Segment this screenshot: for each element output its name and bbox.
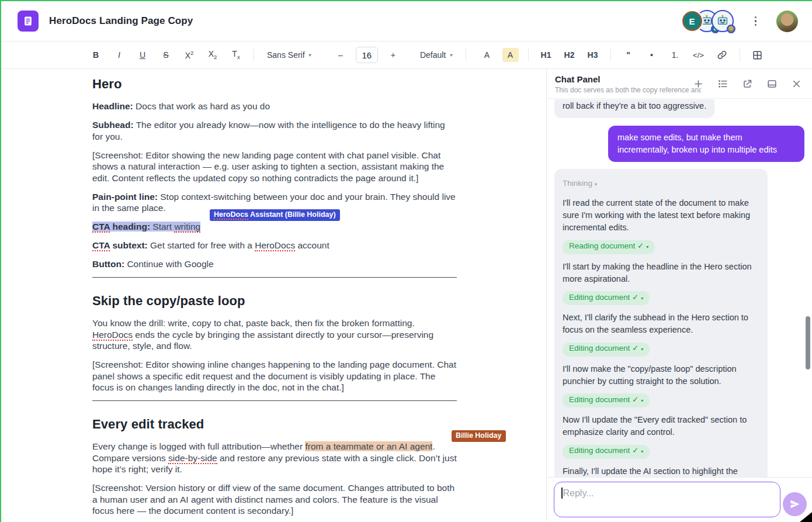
send-icon (789, 499, 800, 510)
edited-text-highlight: from a teammate or an AI agent (305, 441, 432, 451)
agent-owner-photo-badge (727, 25, 735, 33)
ordered-list-button[interactable]: 1. (664, 48, 687, 62)
app-window: HeroDocs Landing Page Copy E E B I U S X… (0, 0, 812, 522)
close-panel-button[interactable] (790, 78, 803, 90)
link-button[interactable] (710, 47, 734, 63)
button-line: Button: Continue with Google (92, 258, 457, 270)
thinking-step: I'll now make the "copy/paste loop" desc… (563, 363, 759, 388)
thinking-step: Finally, I'll update the AI section to h… (563, 465, 759, 478)
screenshot-note: [Screenshot: Editor showing the new land… (92, 150, 457, 184)
subscript-button[interactable]: X2 (201, 47, 224, 63)
text-color-button[interactable]: A (479, 48, 495, 62)
loop-body: You know the drill: write, copy to chat,… (92, 317, 457, 352)
clear-formatting-button[interactable]: Tx (224, 47, 248, 63)
panel-bottom-icon (766, 78, 778, 89)
section-heading-loop: Skip the copy/paste loop (92, 293, 457, 309)
tracked-body: Billie Holiday Every change is logged wi… (92, 441, 457, 475)
headline-line: Headline: Docs that work as hard as you … (92, 101, 457, 112)
cta-heading-line: HeroDocs Assistant (Billie Holiday) CTA … (92, 221, 457, 233)
superscript-button[interactable]: X2 (178, 47, 201, 63)
reply-placeholder: Reply... (563, 488, 594, 498)
table-icon (752, 50, 763, 61)
heading3-button[interactable]: H3 (581, 48, 605, 62)
heading1-button[interactable]: H1 (535, 48, 558, 62)
underline-button[interactable]: U (131, 48, 154, 62)
text-caret (561, 488, 563, 499)
open-in-new-button[interactable] (741, 78, 754, 90)
agent-cursor-flag: HeroDocs Assistant (Billie Holiday) (210, 209, 340, 221)
code-block-button[interactable]: </> (687, 49, 710, 62)
caret-down-icon: ▾ (641, 296, 643, 301)
bullet-list-button[interactable]: • (640, 48, 664, 62)
agent-selection: CTA heading: Start writing (92, 222, 200, 231)
editor-attribution-flag: Billie Holiday (452, 430, 506, 442)
link-icon (717, 50, 727, 60)
document-editor[interactable]: Hero Headline: Docs that work as hard as… (1, 69, 546, 521)
overflow-menu-icon[interactable] (752, 14, 759, 29)
editing-document-badge[interactable]: Editing document ✓ ▾ (563, 343, 650, 357)
dock-panel-button[interactable] (766, 78, 778, 90)
italic-button[interactable]: I (107, 48, 131, 62)
decrease-font-size-button[interactable]: – (329, 48, 352, 62)
toolbar-divider (740, 49, 740, 61)
assistant-message: Thinking ▾ I'll read the current state o… (554, 169, 768, 477)
title-bar: HeroDocs Landing Page Copy E E (1, 1, 812, 42)
editing-document-badge[interactable]: Editing document ✓ ▾ (563, 445, 650, 459)
check-icon: ✓ (632, 446, 639, 455)
subhead-line: Subhead: The editor you already know—now… (92, 119, 457, 142)
reply-input[interactable]: Reply... (554, 482, 780, 517)
insert-table-button[interactable] (746, 47, 769, 63)
heading2-button[interactable]: H2 (558, 48, 581, 62)
caret-down-icon: ▾ (309, 52, 311, 58)
user-profile-avatar[interactable] (776, 11, 798, 32)
section-divider (92, 277, 457, 278)
caret-down-icon: ▾ (646, 244, 648, 250)
check-icon: ✓ (632, 395, 639, 404)
app-logo-icon[interactable] (18, 11, 39, 32)
chat-history-button[interactable] (717, 78, 729, 90)
document-title[interactable]: HeroDocs Landing Page Copy (49, 15, 193, 27)
toolbar-divider (254, 49, 254, 61)
check-icon: ✓ (637, 241, 644, 250)
chat-scrollbar[interactable] (806, 316, 810, 369)
presence-avatars: E E (682, 10, 734, 32)
font-family-select[interactable]: Sans Serif▾ (260, 47, 318, 63)
chat-message-list: roll back if they're a bit too aggressiv… (547, 99, 812, 477)
plus-icon (693, 78, 704, 89)
screenshot-note: [Screenshot: Version history or diff vie… (92, 482, 457, 517)
reading-document-badge[interactable]: Reading document ✓ ▾ (563, 240, 655, 254)
editing-document-badge[interactable]: Editing document ✓ ▾ (563, 291, 650, 305)
section-divider (92, 400, 457, 401)
formatting-toolbar: B I U S X2 X2 Tx Sans Serif▾ – 16 + Defa… (1, 42, 812, 69)
thinking-step: I'll read the current state of the docum… (563, 197, 759, 234)
increase-font-size-button[interactable]: + (381, 48, 405, 62)
caret-down-icon: ▾ (641, 449, 643, 454)
agent-avatar-2[interactable] (712, 10, 734, 32)
close-icon (791, 78, 802, 89)
strikethrough-button[interactable]: S (154, 48, 178, 62)
caret-down-icon: ▾ (450, 52, 452, 58)
chat-panel-header: Chat Panel This doc serves as both the c… (547, 69, 812, 99)
font-size-input[interactable]: 16 (356, 47, 378, 63)
cta-subtext-line: CTA subtext: Get started for free with a… (92, 240, 457, 251)
paragraph-style-select[interactable]: Default▾ (413, 47, 460, 63)
collaborator-avatar[interactable]: E (682, 11, 702, 31)
screenshot-note: [Screenshot: Editor showing inline chang… (92, 359, 457, 393)
thinking-toggle[interactable]: Thinking ▾ (563, 177, 759, 191)
list-icon (717, 78, 728, 89)
toolbar-divider (466, 49, 466, 61)
caret-down-icon: ▾ (641, 347, 643, 352)
bold-button[interactable]: B (84, 48, 107, 62)
chat-input-area: Reply... (547, 477, 812, 521)
toolbar-divider (610, 49, 611, 61)
blockquote-button[interactable]: " (617, 48, 640, 62)
new-chat-button[interactable] (692, 78, 705, 90)
mouse-cursor (800, 512, 812, 522)
user-message: make some edits, but make them increment… (608, 126, 804, 162)
section-heading-tracked: Every edit tracked (92, 417, 457, 432)
highlight-color-button[interactable]: A (502, 48, 519, 62)
thinking-step: Next, I'll clarify the subhead in the He… (563, 312, 759, 336)
editing-document-badge[interactable]: Editing document ✓ ▾ (563, 393, 650, 407)
thinking-step: Now I'll update the "Every edit tracked"… (563, 414, 759, 438)
assistant-message: roll back if they're a bit too aggressiv… (554, 99, 714, 118)
